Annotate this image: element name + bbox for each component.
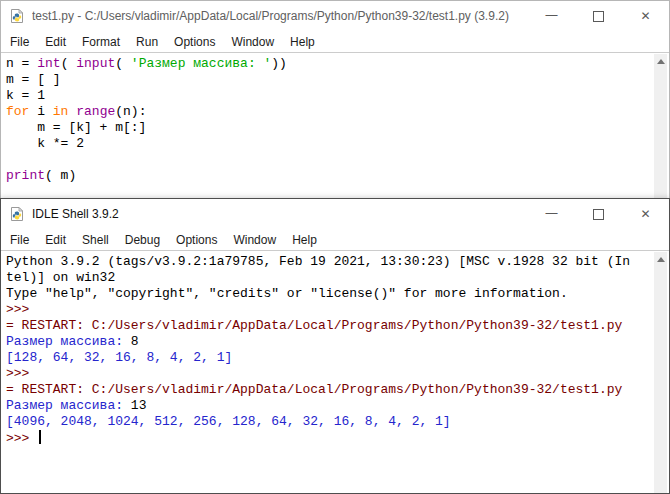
maximize-button[interactable] xyxy=(575,1,622,31)
menu-item-file[interactable]: File xyxy=(2,231,37,249)
menu-item-shell[interactable]: Shell xyxy=(74,231,117,249)
menu-item-window[interactable]: Window xyxy=(225,231,284,249)
text-line: print( m) xyxy=(6,168,669,184)
close-icon: ✕ xyxy=(640,208,650,220)
text-line: >>> xyxy=(6,366,669,382)
text-line: >>> xyxy=(6,430,669,447)
minimize-button[interactable]: — xyxy=(528,199,575,229)
maximize-button[interactable] xyxy=(575,199,622,229)
editor-menu-bar: FileEditFormatRunOptionsWindowHelp xyxy=(1,31,669,52)
text-line: k *= 2 xyxy=(6,136,669,152)
close-button[interactable]: ✕ xyxy=(622,1,669,31)
menu-item-options[interactable]: Options xyxy=(168,231,225,249)
text-line: >>> xyxy=(6,302,669,318)
python-file-icon xyxy=(9,8,25,24)
shell-output: Python 3.9.2 (tags/v3.9.2:1a79785, Feb 1… xyxy=(1,251,669,447)
text-line: tel)] on win32 xyxy=(6,270,669,286)
text-line: Type "help", "copyright", "credits" or "… xyxy=(6,286,669,302)
editor-scrollbar[interactable] xyxy=(654,54,667,198)
text-cursor xyxy=(39,430,41,444)
text-line: m = [k] + m[:] xyxy=(6,120,669,136)
text-line: [128, 64, 32, 16, 8, 4, 2, 1] xyxy=(6,350,669,366)
shell-window: IDLE Shell 3.9.2 — ✕ FileEditShellDebugO… xyxy=(0,198,670,494)
menu-item-edit[interactable]: Edit xyxy=(37,33,74,51)
text-line: m = [ ] xyxy=(6,72,669,88)
editor-title-bar[interactable]: test1.py - C:/Users/vladimir/AppData/Loc… xyxy=(1,1,669,31)
editor-window-controls: — ✕ xyxy=(528,1,669,31)
scroll-up-icon xyxy=(657,257,665,262)
text-line: = RESTART: C:/Users/vladimir/AppData/Loc… xyxy=(6,382,669,398)
minimize-icon: — xyxy=(546,207,558,219)
text-line: k = 1 xyxy=(6,88,669,104)
shell-menu-bar: FileEditShellDebugOptionsWindowHelp xyxy=(1,229,669,250)
shell-window-title: IDLE Shell 3.9.2 xyxy=(32,207,119,221)
menu-item-help[interactable]: Help xyxy=(282,33,323,51)
text-line: = RESTART: C:/Users/vladimir/AppData/Loc… xyxy=(6,318,669,334)
editor-window: test1.py - C:/Users/vladimir/AppData/Loc… xyxy=(0,0,670,198)
shell-window-controls: — ✕ xyxy=(528,199,669,229)
minimize-button[interactable]: — xyxy=(528,1,575,31)
menu-item-run[interactable]: Run xyxy=(128,33,166,51)
menu-item-window[interactable]: Window xyxy=(223,33,282,51)
scroll-up-button[interactable] xyxy=(654,252,667,266)
text-line: n = int( input( 'Размер массива: ')) xyxy=(6,56,669,72)
editor-code: n = int( input( 'Размер массива: '))m = … xyxy=(1,53,669,184)
text-line: [4096, 2048, 1024, 512, 256, 128, 64, 32… xyxy=(6,414,669,430)
scroll-up-button[interactable] xyxy=(654,54,667,68)
text-line: Размер массива: 13 xyxy=(6,398,669,414)
python-file-icon xyxy=(9,206,25,222)
text-line: for i in range(n): xyxy=(6,104,669,120)
scroll-up-icon xyxy=(657,59,665,64)
menu-item-options[interactable]: Options xyxy=(166,33,223,51)
minimize-icon: — xyxy=(546,9,558,21)
text-line xyxy=(6,152,669,168)
text-line: Размер массива: 8 xyxy=(6,334,669,350)
menu-item-debug[interactable]: Debug xyxy=(117,231,168,249)
maximize-icon xyxy=(593,209,604,220)
menu-item-help[interactable]: Help xyxy=(284,231,325,249)
text-line: Python 3.9.2 (tags/v3.9.2:1a79785, Feb 1… xyxy=(6,254,669,270)
shell-title-bar[interactable]: IDLE Shell 3.9.2 — ✕ xyxy=(1,199,669,229)
menu-item-format[interactable]: Format xyxy=(74,33,128,51)
menu-item-file[interactable]: File xyxy=(2,33,37,51)
close-icon: ✕ xyxy=(640,10,650,22)
editor-code-area[interactable]: n = int( input( 'Размер массива: '))m = … xyxy=(1,52,669,198)
shell-output-area[interactable]: Python 3.9.2 (tags/v3.9.2:1a79785, Feb 1… xyxy=(1,250,669,493)
maximize-icon xyxy=(593,11,604,22)
menu-item-edit[interactable]: Edit xyxy=(37,231,74,249)
editor-window-title: test1.py - C:/Users/vladimir/AppData/Loc… xyxy=(32,9,509,23)
close-button[interactable]: ✕ xyxy=(622,199,669,229)
shell-scrollbar[interactable] xyxy=(654,252,667,493)
